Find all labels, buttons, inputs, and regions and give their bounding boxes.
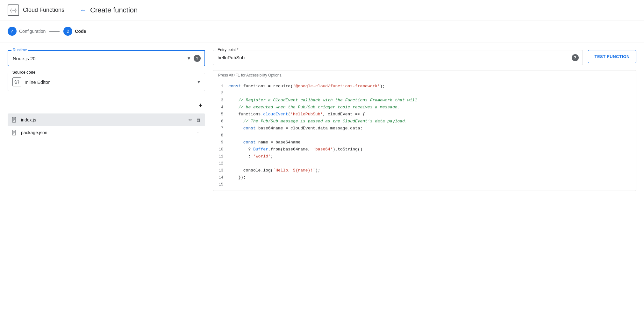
- header-nav: ← Create function: [80, 6, 138, 14]
- logo-icon: {···}: [8, 4, 19, 16]
- header-divider: [72, 5, 72, 15]
- file-name-package-json: package.json: [21, 130, 193, 135]
- source-code-select-wrapper[interactable]: Source code Inline Editor ▼: [8, 73, 205, 91]
- code-line-5: 5 functions.cloudEvent('helloPubSub', cl…: [213, 111, 636, 118]
- code-line-10: 10 ? Buffer.from(base64name, 'base64').t…: [213, 146, 636, 153]
- header: {···} Cloud Functions ← Create function: [0, 0, 644, 20]
- svg-rect-0: [12, 117, 16, 122]
- code-line-15: 15: [213, 181, 636, 188]
- file-list-header: +: [8, 98, 205, 113]
- step-connector: [49, 31, 60, 32]
- delete-file-button[interactable]: 🗑: [196, 117, 201, 123]
- file-name-index-js: index.js: [21, 117, 185, 122]
- app-logo: {···} Cloud Functions: [8, 4, 64, 16]
- code-line-7: 7 const base64name = cloudEvent.data.mes…: [213, 125, 636, 132]
- source-code-label: Source code: [11, 70, 37, 75]
- editor-hint: Press Alt+F1 for Accessibility Options.: [213, 70, 636, 80]
- step1-circle: ✓: [8, 27, 17, 36]
- entry-point-wrapper: Entry point * ?: [213, 50, 583, 65]
- step-configuration: ✓ Configuration: [8, 27, 46, 36]
- code-line-2: 2: [213, 90, 636, 97]
- runtime-value: Node.js 20: [13, 56, 36, 61]
- file-actions-package-json: ···: [196, 129, 201, 136]
- file-list: index.js ✏ 🗑 package.json ··: [8, 113, 205, 139]
- code-line-8: 8: [213, 132, 636, 139]
- entry-point-label: Entry point *: [216, 47, 240, 52]
- source-left: Inline Editor: [12, 77, 190, 86]
- more-options-button[interactable]: ···: [196, 129, 201, 136]
- step1-label: Configuration: [19, 29, 46, 34]
- source-code-field-group: Source code Inline Editor ▼: [8, 73, 205, 91]
- right-panel: Entry point * ? TEST FUNCTION Press Alt+…: [213, 50, 636, 191]
- file-icon-package: [11, 129, 18, 136]
- code-line-13: 13 console.log(`Hello, ${name}!`);: [213, 167, 636, 174]
- left-panel: Runtime Node.js 20 ▼ ? Source code: [8, 50, 205, 191]
- step2-label: Code: [75, 29, 86, 34]
- code-line-3: 3 // Register a CloudEvent callback with…: [213, 97, 636, 104]
- code-line-14: 14 });: [213, 174, 636, 181]
- runtime-label: Runtime: [11, 48, 28, 52]
- file-item-package-json[interactable]: package.json ···: [8, 126, 205, 139]
- entry-help-icon[interactable]: ?: [572, 54, 579, 61]
- file-item-index-js[interactable]: index.js ✏ 🗑: [8, 113, 205, 126]
- file-actions-index-js: ✏ 🗑: [188, 117, 201, 123]
- step2-circle: 2: [63, 27, 72, 36]
- code-line-12: 12: [213, 160, 636, 167]
- entry-point-field: Entry point * ?: [213, 50, 583, 65]
- runtime-dropdown-icon[interactable]: ▼: [187, 56, 191, 61]
- source-code-value: Inline Editor: [25, 79, 50, 85]
- page-title: Create function: [90, 6, 138, 14]
- back-button[interactable]: ←: [80, 6, 86, 14]
- source-code-icon: [12, 77, 21, 86]
- entry-point-row: Entry point * ? TEST FUNCTION: [213, 50, 636, 65]
- code-lines: 1 const functions = require('@google-clo…: [213, 80, 636, 191]
- test-function-button[interactable]: TEST FUNCTION: [588, 50, 637, 63]
- add-file-button[interactable]: +: [196, 100, 205, 111]
- code-line-11: 11 : 'World';: [213, 153, 636, 160]
- runtime-select-wrapper[interactable]: Runtime Node.js 20 ▼ ?: [8, 50, 205, 66]
- main-content: Runtime Node.js 20 ▼ ? Source code: [0, 42, 644, 199]
- entry-point-input[interactable]: [218, 55, 278, 60]
- app-title: Cloud Functions: [23, 7, 64, 13]
- step-code: 2 Code: [63, 27, 86, 36]
- edit-file-button[interactable]: ✏: [188, 117, 193, 123]
- entry-help-circle[interactable]: ?: [572, 54, 579, 61]
- source-dropdown-icon[interactable]: ▼: [197, 79, 201, 84]
- runtime-icons: ▼ ?: [187, 55, 201, 62]
- runtime-help-icon[interactable]: ?: [194, 55, 201, 62]
- code-line-1: 1 const functions = require('@google-clo…: [213, 83, 636, 90]
- stepper: ✓ Configuration 2 Code: [0, 20, 644, 42]
- code-line-4: 4 // be executed when the Pub/Sub trigge…: [213, 104, 636, 111]
- code-line-9: 9 const name = base64name: [213, 139, 636, 146]
- code-editor[interactable]: Press Alt+F1 for Accessibility Options. …: [213, 70, 636, 191]
- code-line-6: 6 // The Pub/Sub message is passed as th…: [213, 118, 636, 125]
- svg-rect-4: [12, 130, 16, 135]
- runtime-field-group: Runtime Node.js 20 ▼ ?: [8, 50, 205, 66]
- file-icon-index: [11, 117, 18, 123]
